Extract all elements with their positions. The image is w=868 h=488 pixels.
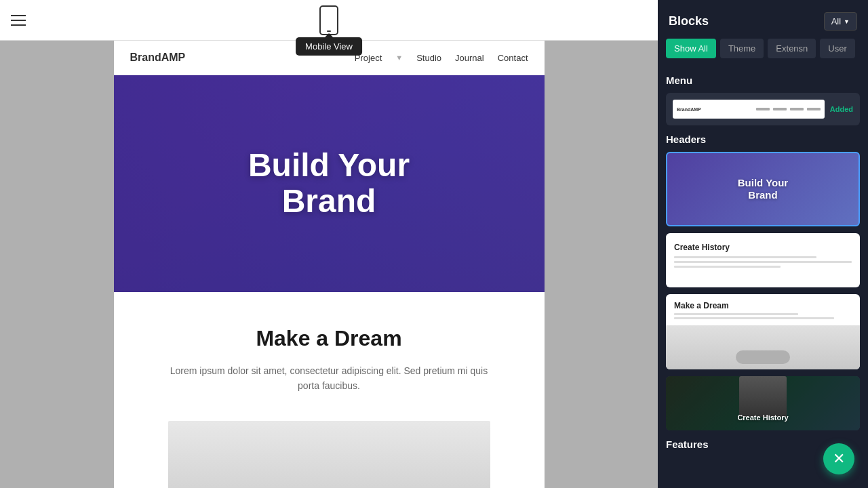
hero-text: Build Your Brand bbox=[248, 148, 410, 220]
hero-title: Build Your Brand bbox=[248, 148, 410, 220]
menu-block-preview: BrandAMP bbox=[673, 100, 825, 119]
mad-line-1 bbox=[674, 313, 798, 315]
header-block-create-history-dark[interactable]: Create History bbox=[666, 376, 860, 430]
filter-tab-show-all[interactable]: Show All bbox=[666, 39, 716, 58]
toolbar: Mobile View bbox=[0, 0, 658, 41]
header-block-make-a-dream[interactable]: Make a Dream bbox=[666, 294, 860, 369]
mad-line-2 bbox=[674, 317, 834, 319]
glasses-icon bbox=[736, 350, 790, 364]
ch-card: Create History bbox=[666, 233, 860, 287]
main-area: Mobile View BrandAMP Project ▼ Studio Jo… bbox=[0, 0, 658, 488]
nav-contact[interactable]: Contact bbox=[498, 53, 528, 63]
site-logo: BrandAMP bbox=[130, 52, 186, 64]
all-dropdown[interactable]: All bbox=[824, 12, 857, 30]
content-text: Lorem ipsum dolor sit amet, consectetur … bbox=[168, 363, 490, 394]
menu-preview-links bbox=[756, 108, 821, 110]
right-panel: Blocks All Show All Theme Extensn User M… bbox=[658, 0, 868, 488]
preview-container: BrandAMP Project ▼ Studio Journal Contac… bbox=[0, 41, 658, 488]
menu-section-label: Menu bbox=[666, 75, 860, 86]
filter-tab-theme[interactable]: Theme bbox=[720, 39, 764, 58]
preview-frame: BrandAMP Project ▼ Studio Journal Contac… bbox=[114, 41, 545, 488]
mobile-view-button[interactable]: Mobile View bbox=[319, 5, 338, 35]
headers-section-label: Headers bbox=[666, 134, 860, 145]
mobile-view-tooltip: Mobile View bbox=[296, 37, 362, 56]
nav-studio[interactable]: Studio bbox=[416, 53, 441, 63]
chd-card-title: Create History bbox=[666, 376, 860, 422]
phone-icon bbox=[319, 5, 338, 35]
menu-preview-logo: BrandAMP bbox=[677, 107, 701, 112]
mad-card-title: Make a Dream bbox=[674, 301, 852, 310]
panel-header: Blocks All bbox=[658, 0, 868, 39]
content-section: Make a Dream Lorem ipsum dolor sit amet,… bbox=[114, 292, 545, 421]
filter-tab-user[interactable]: User bbox=[820, 39, 854, 58]
ch-line-1 bbox=[674, 256, 816, 258]
hamburger-menu[interactable] bbox=[11, 15, 26, 26]
panel-title: Blocks bbox=[669, 14, 709, 28]
content-title: Make a Dream bbox=[168, 326, 490, 351]
nav-journal[interactable]: Journal bbox=[455, 53, 484, 63]
panel-content: Menu BrandAMP Added Headers Build Your B… bbox=[658, 66, 868, 488]
ch-line-2 bbox=[674, 261, 852, 263]
filter-tab-extensn[interactable]: Extensn bbox=[768, 39, 816, 58]
close-icon: ✕ bbox=[833, 451, 845, 466]
placeholder-image bbox=[168, 421, 490, 488]
header-block-build-your-brand[interactable]: Build Your Brand bbox=[666, 152, 860, 226]
header-block-create-history[interactable]: Create History bbox=[666, 233, 860, 287]
ch-card-title: Create History bbox=[674, 243, 852, 252]
mad-header: Make a Dream bbox=[666, 294, 860, 325]
hero-section: Build Your Brand bbox=[114, 75, 545, 292]
site-nav-links: Project ▼ Studio Journal Contact bbox=[355, 53, 528, 63]
fab-close-button[interactable]: ✕ bbox=[823, 443, 854, 474]
byb-card-text: Build Your Brand bbox=[738, 177, 788, 201]
mad-card: Make a Dream bbox=[666, 294, 860, 369]
mad-image bbox=[666, 325, 860, 369]
ch-line-3 bbox=[674, 266, 781, 268]
filter-tabs: Show All Theme Extensn User bbox=[658, 39, 868, 66]
added-badge: Added bbox=[830, 105, 853, 113]
ch-lines bbox=[674, 256, 852, 268]
menu-block[interactable]: BrandAMP Added bbox=[666, 93, 860, 125]
